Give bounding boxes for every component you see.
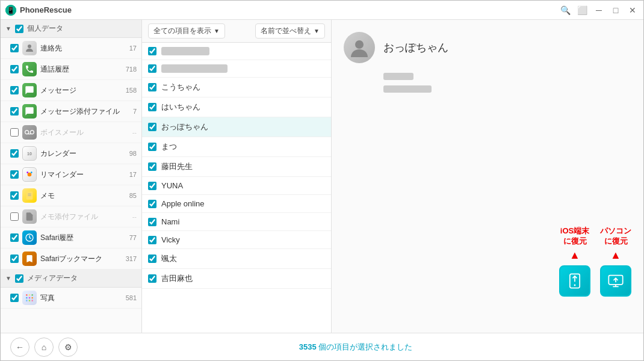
notes-count: 85 [120, 192, 137, 199]
restore-to-pc-button[interactable] [600, 265, 631, 297]
notes-checkbox[interactable] [10, 191, 19, 200]
list-item-checkbox[interactable] [148, 143, 156, 151]
list-item-checkbox[interactable] [148, 255, 156, 263]
notes-attach-checkbox[interactable] [10, 212, 19, 221]
list-item-name: Vicky [161, 235, 180, 244]
sidebar-item-voicemail[interactable]: ボイスメール -- [1, 122, 141, 143]
restore-pc-arrow-icon [610, 249, 621, 262]
list-item[interactable]: 颯太 [142, 249, 331, 269]
sidebar-item-notes[interactable]: メモ 85 [1, 185, 141, 206]
sidebar-item-notes-attach[interactable]: メモ添付ファイル -- [1, 206, 141, 227]
reminder-checkbox[interactable] [10, 170, 19, 179]
sort-arrow-icon: ▼ [314, 28, 320, 34]
list-item[interactable]: まつ [142, 137, 331, 157]
photos-icon [22, 291, 37, 305]
safari-bookmark-icon [22, 251, 37, 266]
restore-to-ios-button[interactable] [559, 265, 590, 297]
list-item-checkbox[interactable] [148, 64, 156, 73]
reminder-count: 17 [120, 171, 137, 178]
list-item[interactable]: YUNA [142, 177, 331, 195]
svg-point-12 [31, 294, 33, 296]
list-item[interactable]: Apple online [142, 195, 331, 213]
settings-button[interactable]: ⚙ [58, 338, 78, 357]
close-button[interactable]: ✕ [627, 5, 639, 15]
sidebar-item-calls[interactable]: 通話履歴 718 [1, 59, 141, 80]
list-item[interactable]: 藤田先生 [142, 157, 331, 177]
svg-point-21 [574, 285, 576, 286]
personal-section-checkbox[interactable] [15, 25, 23, 33]
messages-checkbox[interactable] [10, 86, 19, 94]
show-all-button[interactable]: 全ての項目を表示 ▼ [148, 23, 225, 39]
sidebar-item-calendar[interactable]: 10 カレンダー 98 [1, 143, 141, 164]
list-item[interactable] [142, 60, 331, 78]
list-item-checkbox[interactable] [148, 123, 156, 131]
calls-label: 通話履歴 [40, 64, 120, 75]
sidebar-item-safari-bookmark[interactable]: Safariブックマーク 317 [1, 248, 141, 270]
maximize-button[interactable]: □ [610, 5, 622, 15]
svg-point-13 [26, 297, 28, 299]
messages-icon [22, 83, 37, 97]
calls-checkbox[interactable] [10, 65, 19, 73]
sidebar-item-safari-history[interactable]: Safari履歴 77 [1, 227, 141, 248]
show-all-arrow-icon: ▼ [214, 28, 220, 34]
list-item[interactable]: Vicky [142, 231, 331, 249]
list-item[interactable]: 吉田麻也 [142, 269, 331, 289]
contact-name: おっぽちゃん [383, 40, 448, 55]
svg-point-4 [26, 171, 28, 173]
restore-ios-container: iOS端末に復元 [559, 226, 590, 297]
list-item-name: まつ [161, 141, 177, 152]
svg-point-17 [29, 300, 31, 301]
window-controls[interactable]: 🔍 ⬜ ─ □ ✕ [559, 5, 639, 15]
list-item-checkbox[interactable] [148, 103, 156, 111]
list-item[interactable]: Nami [142, 213, 331, 231]
svg-point-11 [29, 294, 31, 296]
sidebar-item-contacts[interactable]: 連絡先 17 [1, 38, 141, 59]
calendar-count: 98 [120, 150, 137, 157]
calendar-icon: 10 [22, 146, 37, 161]
back-button[interactable]: ← [10, 338, 29, 357]
list-item[interactable]: こうちゃん [142, 78, 331, 97]
list-item-checkbox[interactable] [148, 274, 156, 283]
list-item[interactable]: はいちゃん [142, 97, 331, 117]
list-item-checkbox[interactable] [148, 218, 156, 226]
safari-bookmark-checkbox[interactable] [10, 255, 19, 263]
sidebar-item-photos[interactable]: 写真 581 [1, 288, 141, 309]
sort-button[interactable]: 名前で並べ替え ▼ [255, 23, 325, 39]
list-item-checkbox[interactable] [148, 83, 156, 91]
list-item-name: 颯太 [161, 253, 177, 264]
list-item-checkbox[interactable] [148, 47, 156, 55]
restore-ios-label: iOS端末に復元 [560, 226, 589, 247]
svg-point-14 [29, 297, 31, 299]
list-item-checkbox[interactable] [148, 200, 156, 208]
contact-avatar [344, 32, 375, 63]
list-item[interactable] [142, 43, 331, 60]
imessage-label: メッセージ添付ファイル [40, 106, 120, 117]
media-section-checkbox[interactable] [15, 274, 23, 283]
restore-buttons-container: iOS端末に復元 パソコンに復元 [559, 226, 631, 297]
svg-point-2 [28, 45, 31, 48]
contacts-checkbox[interactable] [10, 44, 19, 52]
list-item-name: YUNA [161, 181, 183, 190]
safari-history-checkbox[interactable] [10, 233, 19, 242]
home-button[interactable]: ⌂ [34, 338, 54, 357]
voicemail-checkbox[interactable] [10, 128, 19, 137]
photos-checkbox[interactable] [10, 294, 19, 302]
svg-point-16 [26, 300, 28, 301]
list-item-checkbox[interactable] [148, 162, 156, 171]
restore-icon[interactable]: ⬜ [576, 5, 588, 15]
svg-point-3 [28, 173, 32, 177]
list-item-selected[interactable]: おっぽちゃん [142, 117, 331, 137]
safari-bookmark-count: 317 [120, 255, 137, 262]
sidebar-item-reminder[interactable]: リマインダー 17 [1, 164, 141, 185]
minimize-button[interactable]: ─ [593, 5, 605, 15]
notes-icon [22, 188, 37, 203]
sidebar-item-imessage[interactable]: メッセージ添付ファイル 7 [1, 101, 141, 122]
list-item-checkbox[interactable] [148, 236, 156, 244]
search-icon[interactable]: 🔍 [559, 5, 571, 15]
calls-count: 718 [120, 66, 137, 73]
imessage-checkbox[interactable] [10, 107, 19, 116]
sidebar-item-messages[interactable]: メッセージ 158 [1, 80, 141, 101]
imessage-count: 7 [120, 108, 137, 115]
list-item-checkbox[interactable] [148, 182, 156, 190]
calendar-checkbox[interactable] [10, 149, 19, 158]
